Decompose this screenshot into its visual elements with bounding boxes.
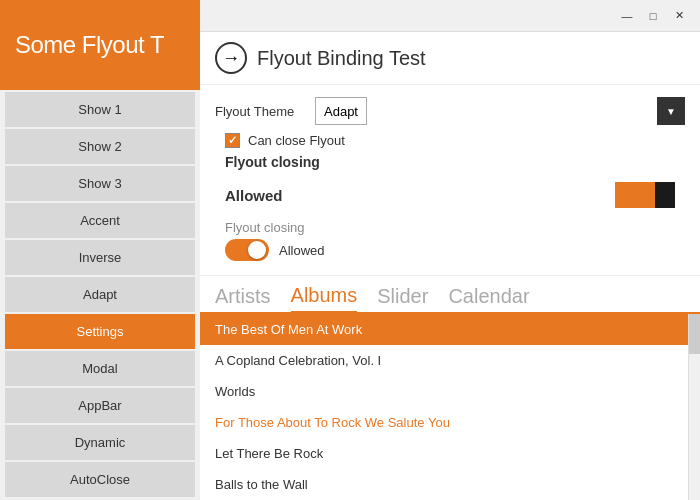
window-header: → Flyout Binding Test	[200, 32, 700, 85]
sidebar-item-autoclose[interactable]: AutoClose	[5, 462, 195, 497]
window-title: Flyout Binding Test	[257, 47, 426, 70]
tab-calendar[interactable]: Calendar	[448, 285, 529, 312]
tab-slider[interactable]: Slider	[377, 285, 428, 312]
sidebar-header: Some Flyout T	[0, 0, 200, 90]
tab-artists[interactable]: Artists	[215, 285, 271, 312]
sidebar-item-settings[interactable]: Settings	[5, 314, 195, 349]
toggle-knob	[248, 241, 266, 259]
color-swatch-group	[615, 182, 675, 208]
flyout-theme-label: Flyout Theme	[215, 104, 305, 119]
album-list: The Best Of Men At WorkA Copland Celebra…	[200, 314, 688, 500]
scrollbar[interactable]	[688, 314, 700, 500]
allowed-label: Allowed	[225, 187, 283, 204]
sidebar-item-dynamic[interactable]: Dynamic	[5, 425, 195, 460]
orange-swatch[interactable]	[615, 182, 655, 208]
window-icon: →	[215, 42, 247, 74]
minimize-button[interactable]: —	[614, 3, 640, 29]
sidebar-item-show-1[interactable]: Show 1	[5, 92, 195, 127]
select-arrow-icon: ▼	[657, 97, 685, 125]
sidebar-item-show-3[interactable]: Show 3	[5, 166, 195, 201]
tab-albums[interactable]: Albums	[291, 284, 358, 314]
toggle-label: Allowed	[279, 243, 325, 258]
sidebar-item-accent[interactable]: Accent	[5, 203, 195, 238]
sidebar-item-inverse[interactable]: Inverse	[5, 240, 195, 275]
album-item[interactable]: Let There Be Rock	[200, 438, 688, 469]
theme-select-wrapper: Adapt Light Dark ▼	[315, 97, 685, 125]
album-item[interactable]: The Best Of Men At Work	[200, 314, 688, 345]
album-item[interactable]: A Copland Celebration, Vol. I	[200, 345, 688, 376]
toggle-switch[interactable]	[225, 239, 269, 261]
settings-panel: Flyout Theme Adapt Light Dark ▼ ✓ Can cl…	[200, 85, 700, 276]
sidebar: Some Flyout T Show 1Show 2Show 3AccentIn…	[0, 0, 200, 500]
allowed-row: Allowed	[215, 178, 685, 212]
flyout-theme-row: Flyout Theme Adapt Light Dark ▼	[215, 97, 685, 125]
sidebar-item-show-2[interactable]: Show 2	[5, 129, 195, 164]
restore-button[interactable]: □	[640, 3, 666, 29]
tabs-row: ArtistsAlbumsSliderCalendar	[200, 276, 700, 314]
main-content: — □ ✕ → Flyout Binding Test Flyout Theme…	[200, 0, 700, 500]
scrollbar-thumb[interactable]	[689, 314, 700, 354]
dark-swatch[interactable]	[655, 182, 675, 208]
sidebar-item-appbar[interactable]: AppBar	[5, 388, 195, 423]
arrow-icon: →	[222, 48, 240, 69]
album-item[interactable]: For Those About To Rock We Salute You	[200, 407, 688, 438]
sidebar-title: Some Flyout T	[15, 31, 164, 59]
close-button[interactable]: ✕	[666, 3, 692, 29]
sidebar-item-modal[interactable]: Modal	[5, 351, 195, 386]
flyout-closing-title: Flyout closing	[215, 154, 685, 170]
toggle-row: Allowed	[215, 237, 685, 263]
album-item[interactable]: Worlds	[200, 376, 688, 407]
can-close-label: Can close Flyout	[248, 133, 345, 148]
titlebar: — □ ✕	[200, 0, 700, 32]
checkbox-check-icon: ✓	[228, 134, 237, 147]
sidebar-item-adapt[interactable]: Adapt	[5, 277, 195, 312]
flyout-closing-sub-label: Flyout closing	[215, 220, 685, 235]
theme-select[interactable]: Adapt Light Dark	[315, 97, 367, 125]
can-close-checkbox[interactable]: ✓	[225, 133, 240, 148]
content-area: The Best Of Men At WorkA Copland Celebra…	[200, 314, 700, 500]
sidebar-items: Show 1Show 2Show 3AccentInverseAdaptSett…	[0, 90, 200, 499]
can-close-row: ✓ Can close Flyout	[215, 133, 685, 148]
album-item[interactable]: Balls to the Wall	[200, 469, 688, 500]
